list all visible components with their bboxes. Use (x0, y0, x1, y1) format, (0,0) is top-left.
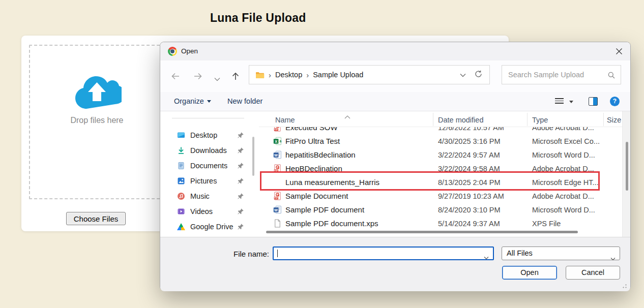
svg-text:W: W (274, 207, 278, 212)
file-row-fitpro-ultra-test[interactable]: XaFitPro Ultra Test4/30/2025 3:16 PMMicr… (259, 134, 622, 148)
sidebar-divider (172, 118, 244, 118)
file-name-combobox (273, 247, 494, 260)
dialog-titlebar[interactable]: Open (160, 42, 630, 60)
pin-icon (237, 193, 244, 200)
file-name: Sample PDF document.xps (285, 219, 378, 228)
file-name: Luna measurements_Harris (285, 178, 379, 187)
cloud-upload-icon (72, 70, 122, 113)
preview-pane-icon[interactable] (589, 97, 598, 106)
column-header-type[interactable]: Type (532, 116, 548, 124)
file-date-modified: 9/27/2019 10:23 AM (438, 192, 504, 200)
choose-files-button[interactable]: Choose Files (66, 212, 126, 225)
organize-caret-icon (207, 100, 211, 103)
sidebar-item-videos[interactable]: Videos (177, 204, 244, 219)
file-type-dropdown-icon (610, 252, 616, 265)
vertical-scrollbar-track[interactable] (622, 111, 630, 237)
svg-text:a: a (280, 139, 282, 143)
file-date-modified: 8/24/2020 3:10 PM (438, 206, 501, 214)
file-row-hepbdeclination[interactable]: PDFHepBDeclination3/22/2024 9:58 AMAdobe… (259, 162, 622, 175)
cancel-button[interactable]: Cancel (566, 266, 620, 280)
file-row-sample-document[interactable]: PDFSample Document9/27/2019 10:23 AMAdob… (259, 189, 622, 203)
file-type: Microsoft Word D... (532, 206, 595, 214)
xps-file-icon (273, 219, 282, 228)
file-type: XPS File (532, 220, 561, 228)
documents-icon (177, 162, 185, 170)
vertical-scrollbar-thumb[interactable] (626, 142, 628, 191)
open-button[interactable]: Open (502, 266, 557, 280)
file-type: Microsoft Word D... (532, 151, 595, 159)
sidebar-item-label: Pictures (190, 177, 217, 185)
chevron-down-icon[interactable] (212, 74, 222, 84)
dialog-footer: File name: All Files Open Cancel (160, 237, 630, 291)
file-type: Adobe Acrobat D... (532, 165, 594, 173)
page-title: Luna File Upload (210, 11, 306, 25)
breadcrumb[interactable]: › Desktop › Sample Upload (249, 65, 490, 84)
sidebar-item-documents[interactable]: Documents (177, 158, 244, 173)
column-header-size[interactable]: Size (607, 116, 621, 124)
excel-file-icon: Xa (273, 137, 282, 145)
help-icon[interactable]: ? (610, 97, 620, 106)
file-name-dropdown-icon[interactable] (484, 253, 489, 262)
new-folder-button[interactable]: New folder (227, 97, 262, 105)
file-name: Sample Document (285, 192, 348, 200)
dialog-toolbar: Organize New folder ? (160, 92, 630, 111)
file-date-modified: 3/22/2024 9:58 AM (438, 165, 500, 173)
file-name: HepBDeclination (285, 164, 342, 173)
view-dropdown-icon[interactable] (569, 101, 573, 103)
file-row-sample-pdf-document-xps[interactable]: Sample PDF document.xps5/14/2024 9:37 AM… (259, 217, 622, 230)
file-row-sample-pdf-document[interactable]: WSample PDF document8/24/2020 3:10 PMMic… (259, 203, 622, 217)
resize-grip[interactable] (622, 283, 627, 288)
horizontal-scrollbar[interactable] (266, 231, 578, 233)
sidebar-item-label: Music (190, 192, 210, 200)
videos-icon (177, 207, 185, 215)
pdf-file-icon: PDF (273, 164, 282, 173)
refresh-icon[interactable] (474, 70, 483, 80)
breadcrumb-item-desktop[interactable]: Desktop (275, 71, 302, 79)
pin-icon (237, 208, 244, 215)
up-arrow-icon[interactable] (230, 71, 241, 81)
address-dropdown-icon[interactable] (460, 70, 466, 79)
list-view-icon[interactable] (555, 98, 564, 105)
text-cursor (277, 250, 278, 257)
file-browser-content: DesktopDownloadsDocumentsPicturesMusicVi… (160, 111, 630, 237)
organize-menu[interactable]: Organize (174, 97, 211, 105)
sidebar-item-label: Videos (190, 207, 213, 215)
file-type-select[interactable]: All Files (502, 247, 620, 260)
close-icon[interactable] (614, 47, 624, 56)
sidebar-item-google-drive[interactable]: Google Drive ( (177, 219, 244, 234)
sidebar-item-music[interactable]: Music (177, 189, 244, 204)
sidebar-scrollbar[interactable] (252, 137, 254, 176)
sort-ascending-icon (344, 112, 350, 121)
pin-icon (237, 147, 244, 154)
sidebar-item-label: Desktop (190, 131, 217, 139)
forward-arrow-icon[interactable] (193, 71, 203, 81)
sidebar-item-label: Downloads (190, 146, 227, 155)
file-row-luna-measurements-harris[interactable]: Luna measurements_Harris8/13/2025 2:04 P… (259, 175, 622, 189)
music-icon (177, 192, 185, 200)
file-name: hepatitisBdeclination (285, 150, 356, 159)
file-type: Microsoft Edge HT... (532, 178, 599, 187)
column-header-name[interactable]: Name (275, 116, 295, 124)
pdf-file-icon: PDF (273, 192, 282, 200)
google-drive-icon (177, 223, 185, 231)
open-file-dialog: Open › Des (160, 42, 631, 291)
search-icon (607, 71, 616, 81)
file-list: PDFExecuted SOW12/6/2022 10:57 AMAdobe A… (259, 111, 622, 237)
dialog-navigation-bar: › Desktop › Sample Upload (160, 60, 630, 92)
file-date-modified: 8/13/2025 2:04 PM (438, 178, 501, 187)
breadcrumb-item-sample-upload[interactable]: Sample Upload (313, 71, 363, 79)
svg-text:X: X (275, 139, 277, 143)
sidebar-item-pictures[interactable]: Pictures (177, 173, 244, 189)
sidebar-item-downloads[interactable]: Downloads (177, 143, 244, 158)
search-input[interactable] (502, 66, 621, 84)
word-file-icon: W (273, 150, 282, 159)
folder-icon (255, 71, 265, 79)
file-date-modified: 4/30/2025 3:16 PM (438, 137, 501, 145)
file-row-hepatitisbdeclination[interactable]: WhepatitisBdeclination3/22/2024 9:57 AMM… (259, 148, 622, 162)
file-type: Adobe Acrobat D... (532, 192, 594, 200)
back-arrow-icon[interactable] (170, 71, 181, 81)
column-header-date-modified[interactable]: Date modified (438, 116, 483, 124)
file-name-input[interactable] (274, 248, 493, 259)
sidebar-item-label: Google Drive ( (190, 223, 235, 231)
sidebar-item-desktop[interactable]: Desktop (177, 128, 244, 143)
